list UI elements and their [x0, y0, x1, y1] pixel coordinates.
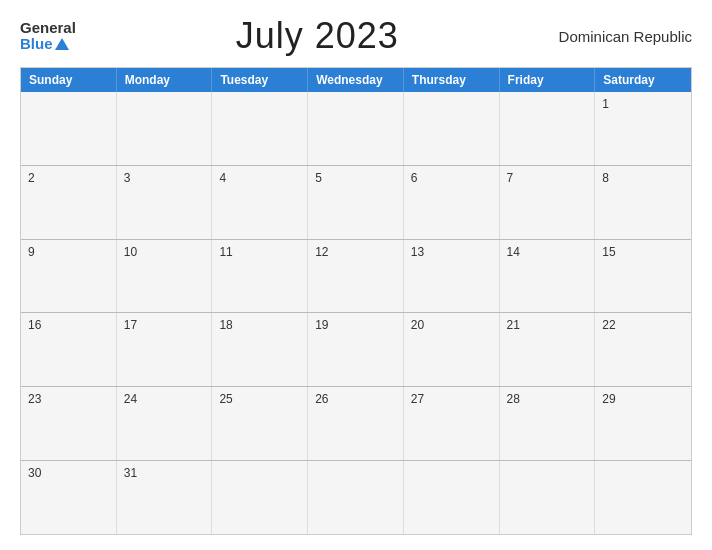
day-cell	[500, 461, 596, 534]
day-number: 16	[28, 318, 41, 332]
day-cell: 31	[117, 461, 213, 534]
day-number: 12	[315, 245, 328, 259]
day-number: 23	[28, 392, 41, 406]
day-cell	[404, 92, 500, 165]
day-cell: 30	[21, 461, 117, 534]
day-cell: 13	[404, 240, 500, 313]
day-number: 3	[124, 171, 131, 185]
day-cell: 5	[308, 166, 404, 239]
day-cell: 16	[21, 313, 117, 386]
day-cell	[21, 92, 117, 165]
day-cell: 21	[500, 313, 596, 386]
day-number: 22	[602, 318, 615, 332]
day-header-saturday: Saturday	[595, 68, 691, 92]
day-number: 26	[315, 392, 328, 406]
day-number: 14	[507, 245, 520, 259]
day-header-friday: Friday	[500, 68, 596, 92]
calendar-body: 1234567891011121314151617181920212223242…	[21, 92, 691, 534]
day-cell	[212, 92, 308, 165]
day-cell	[308, 461, 404, 534]
day-cell: 25	[212, 387, 308, 460]
day-number: 6	[411, 171, 418, 185]
day-cell: 1	[595, 92, 691, 165]
week-row-4: 16171819202122	[21, 313, 691, 387]
day-number: 18	[219, 318, 232, 332]
day-number: 15	[602, 245, 615, 259]
day-cell: 12	[308, 240, 404, 313]
day-cell: 26	[308, 387, 404, 460]
day-cell: 18	[212, 313, 308, 386]
week-row-1: 1	[21, 92, 691, 166]
day-cell: 14	[500, 240, 596, 313]
day-cell: 27	[404, 387, 500, 460]
day-number: 20	[411, 318, 424, 332]
day-number: 1	[602, 97, 609, 111]
logo-general-text: General	[20, 20, 76, 37]
day-number: 29	[602, 392, 615, 406]
day-number: 9	[28, 245, 35, 259]
day-number: 4	[219, 171, 226, 185]
day-number: 10	[124, 245, 137, 259]
day-number: 11	[219, 245, 232, 259]
day-number: 8	[602, 171, 609, 185]
day-header-thursday: Thursday	[404, 68, 500, 92]
day-number: 5	[315, 171, 322, 185]
logo-blue-text: Blue	[20, 36, 76, 53]
day-cell: 11	[212, 240, 308, 313]
day-number: 25	[219, 392, 232, 406]
day-cell: 3	[117, 166, 213, 239]
day-cell: 24	[117, 387, 213, 460]
day-number: 21	[507, 318, 520, 332]
day-cell: 10	[117, 240, 213, 313]
day-number: 19	[315, 318, 328, 332]
day-cell	[404, 461, 500, 534]
day-number: 7	[507, 171, 514, 185]
day-cell	[308, 92, 404, 165]
day-cell: 8	[595, 166, 691, 239]
logo: General Blue	[20, 20, 76, 53]
day-number: 17	[124, 318, 137, 332]
page-header: General Blue July 2023 Dominican Republi…	[20, 15, 692, 57]
week-row-6: 3031	[21, 461, 691, 534]
month-title: July 2023	[236, 15, 399, 57]
day-number: 27	[411, 392, 424, 406]
day-cell: 9	[21, 240, 117, 313]
day-cell	[595, 461, 691, 534]
day-cell	[212, 461, 308, 534]
day-cell	[500, 92, 596, 165]
day-number: 28	[507, 392, 520, 406]
day-cell: 19	[308, 313, 404, 386]
calendar: SundayMondayTuesdayWednesdayThursdayFrid…	[20, 67, 692, 535]
day-cell: 20	[404, 313, 500, 386]
day-cell: 29	[595, 387, 691, 460]
week-row-3: 9101112131415	[21, 240, 691, 314]
day-cell: 2	[21, 166, 117, 239]
day-number: 24	[124, 392, 137, 406]
day-number: 30	[28, 466, 41, 480]
day-cell: 7	[500, 166, 596, 239]
day-cell: 6	[404, 166, 500, 239]
week-row-5: 23242526272829	[21, 387, 691, 461]
day-header-sunday: Sunday	[21, 68, 117, 92]
day-header-tuesday: Tuesday	[212, 68, 308, 92]
day-cell: 28	[500, 387, 596, 460]
day-cell	[117, 92, 213, 165]
day-cell: 23	[21, 387, 117, 460]
day-header-wednesday: Wednesday	[308, 68, 404, 92]
country-label: Dominican Republic	[559, 28, 692, 45]
day-cell: 22	[595, 313, 691, 386]
day-number: 31	[124, 466, 137, 480]
day-number: 13	[411, 245, 424, 259]
day-cell: 17	[117, 313, 213, 386]
day-cell: 15	[595, 240, 691, 313]
day-cell: 4	[212, 166, 308, 239]
day-number: 2	[28, 171, 35, 185]
day-header-monday: Monday	[117, 68, 213, 92]
week-row-2: 2345678	[21, 166, 691, 240]
day-headers-row: SundayMondayTuesdayWednesdayThursdayFrid…	[21, 68, 691, 92]
logo-triangle-icon	[55, 38, 69, 50]
